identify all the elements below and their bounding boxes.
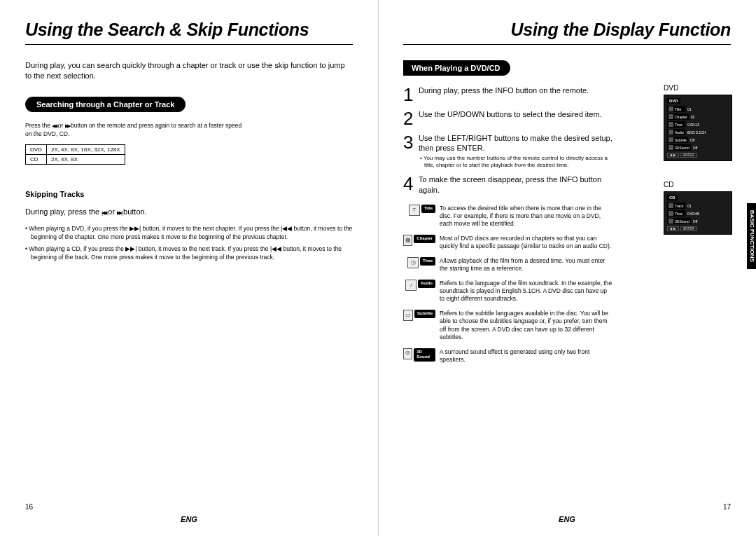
footer-left: 16 ENG xyxy=(25,512,353,523)
rewind-icon xyxy=(52,122,56,130)
cell: DVD xyxy=(26,144,47,154)
chip-3dsound: 3D Sound xyxy=(414,348,435,362)
chip-subtitle: Subtitle xyxy=(414,310,435,318)
txt: button on the remote and press again to … xyxy=(71,122,241,130)
section-tab: BASIC FUNCTIONS xyxy=(747,203,756,269)
title-osd-icon: T xyxy=(409,205,420,216)
skip-prev-icon xyxy=(102,207,106,217)
skip-body: During play, press the or button. xyxy=(25,207,353,218)
page-right: Using the Display Function When Playing … xyxy=(378,0,756,536)
cell: 2X, 4X, 8X, 16X, 32X, 128X xyxy=(46,144,125,154)
lang-code: ENG xyxy=(25,515,353,523)
chip-audio: Audio xyxy=(418,280,435,288)
step-text: To make the screen disappear, press the … xyxy=(419,174,613,195)
section-heading-when-playing: When Playing a DVD/CD xyxy=(403,60,510,76)
txt: or xyxy=(108,207,115,216)
osd-column: DVD DVD Title01 Chapter02 Time0:00:13 Au… xyxy=(664,84,731,254)
lang-code: ENG xyxy=(403,515,731,523)
page-number: 16 xyxy=(25,503,33,511)
info-text: To access the desired title when there i… xyxy=(440,205,613,228)
cell: CD xyxy=(26,154,47,164)
chip-chapter: Chapter xyxy=(414,235,435,243)
info-text: Allows playback of the film from a desir… xyxy=(440,257,613,273)
step-text: Use the LEFT/RIGHT buttons to make the d… xyxy=(419,133,613,153)
page-number: 17 xyxy=(723,503,731,511)
step-num: 3 xyxy=(403,133,419,169)
info-definitions: TTitleTo access the desired title when t… xyxy=(403,205,613,364)
osd-header: DVD xyxy=(667,98,680,104)
note: • When playing a DVD, if you press the ▶… xyxy=(25,225,353,241)
time-osd-icon: ◷ xyxy=(407,257,419,268)
txt: button. xyxy=(123,207,147,216)
info-text: Refers to the subtitle languages availab… xyxy=(440,310,613,341)
step-num: 4 xyxy=(403,174,419,195)
skip-next-icon xyxy=(117,207,121,217)
txt: Press the xyxy=(25,122,50,130)
intro-text: During play, you can search quickly thro… xyxy=(25,60,353,81)
audio-osd-icon: ♪ xyxy=(405,280,416,291)
search-instruction: Press the or button on the remote and pr… xyxy=(25,122,353,139)
speed-table: DVD2X, 4X, 8X, 16X, 32X, 128X CD2X, 4X, … xyxy=(25,144,125,165)
osd-cd-label: CD xyxy=(664,181,731,188)
step-text: Use the UP/DOWN buttons to select the de… xyxy=(419,109,602,128)
subtitle-osd-icon: ▭ xyxy=(403,310,413,321)
chapter-osd-icon: ▦ xyxy=(403,235,412,246)
osd-header: CD xyxy=(667,195,678,200)
chip-title: Title xyxy=(421,205,435,213)
page-title-left: Using the Search & Skip Functions xyxy=(25,20,353,40)
osd-cd: CD Track01 Time0:00:48 3DSoundOff ◆ ▶ENT… xyxy=(664,191,732,235)
section-heading-search: Searching through a Chapter or Track xyxy=(25,97,186,112)
skip-notes: • When playing a DVD, if you press the ▶… xyxy=(25,225,353,261)
osd-dvd: DVD Title01 Chapter02 Time0:00:13 AudioE… xyxy=(664,95,732,161)
step-text: During play, press the INFO button on th… xyxy=(419,85,589,104)
txt: During play, press the xyxy=(25,207,99,216)
osd-dvd-label: DVD xyxy=(664,84,731,92)
page-left: Using the Search & Skip Functions During… xyxy=(0,0,378,536)
chip-time: Time xyxy=(420,257,435,266)
section-heading-skip: Skipping Tracks xyxy=(25,190,353,198)
rule xyxy=(403,44,731,45)
sound-osd-icon: ◎ xyxy=(403,348,412,359)
note: • When playing a CD, if you press the ▶▶… xyxy=(25,245,353,261)
info-text: A surround sound effect is generated usi… xyxy=(440,348,613,364)
info-text: Refers to the language of the film sound… xyxy=(440,280,613,303)
step-num: 2 xyxy=(403,109,419,128)
txt: on the DVD, CD. xyxy=(25,130,353,138)
cell: 2X, 4X, 8X xyxy=(46,154,125,164)
step-num: 1 xyxy=(403,85,419,104)
txt: or xyxy=(58,122,64,130)
info-text: Most of DVD discs are recorded in chapte… xyxy=(440,235,613,250)
steps-list: 1During play, press the INFO button on t… xyxy=(403,85,613,195)
rule xyxy=(25,44,353,45)
forward-icon xyxy=(65,122,69,130)
step-note: • You may use the number buttons of the … xyxy=(419,155,613,170)
page-title-right: Using the Display Function xyxy=(403,20,731,40)
footer-right: 17 ENG xyxy=(403,512,731,523)
